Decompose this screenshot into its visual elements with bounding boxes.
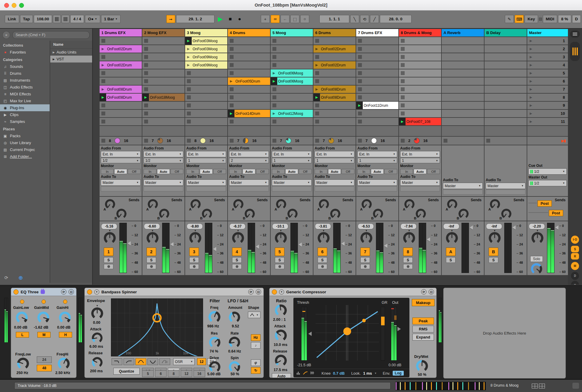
- eq-three-titlebar[interactable]: EQ Three ⟳ ⊡: [11, 288, 76, 296]
- clip-stop-button[interactable]: [101, 79, 105, 83]
- sidebar-item-user-library[interactable]: ◎ User Library: [0, 139, 50, 146]
- volume-fader-handle[interactable]: [127, 241, 131, 245]
- rate-hz-button[interactable]: Hz: [251, 334, 260, 341]
- send-b-knob[interactable]: [373, 209, 383, 219]
- minimize-button[interactable]: [12, 3, 16, 8]
- volume-value[interactable]: -7.94: [400, 223, 417, 229]
- scene-11[interactable]: ▶ 11: [527, 118, 568, 125]
- lookahead-chooser-arrow[interactable]: ▼: [374, 372, 377, 375]
- clip-stop-button[interactable]: [144, 55, 148, 59]
- track-stop-button[interactable]: [358, 139, 362, 143]
- amount-value[interactable]: 9.52: [232, 324, 239, 328]
- clip-stop-button[interactable]: [315, 103, 319, 107]
- clip-stop-button[interactable]: [315, 79, 319, 83]
- send-b-knob[interactable]: [458, 209, 469, 219]
- empty-clip-slot[interactable]: [356, 69, 398, 77]
- input-channel-chooser[interactable]: 1▼: [272, 158, 312, 163]
- clip-play-icon[interactable]: ▶: [185, 45, 192, 53]
- clip-playing-icon[interactable]: ▶: [271, 77, 277, 85]
- release-knob[interactable]: [92, 357, 103, 368]
- clip-stop-button[interactable]: [187, 112, 191, 115]
- scene-launch-icon[interactable]: ▶: [530, 95, 532, 99]
- volume-fader-handle[interactable]: [170, 242, 173, 246]
- track-activate-button[interactable]: 1: [104, 248, 113, 256]
- clip-playing-icon[interactable]: ▶: [356, 102, 363, 109]
- volume-fader-handle[interactable]: [555, 225, 558, 230]
- empty-clip-slot[interactable]: [142, 69, 185, 77]
- clip-stop-button[interactable]: [401, 63, 405, 67]
- clip-stop-button[interactable]: [230, 95, 234, 99]
- device-on-button[interactable]: [272, 289, 277, 295]
- freq-knob[interactable]: [208, 311, 220, 323]
- input-channel-chooser[interactable]: 1▼: [315, 158, 354, 163]
- clip-stop-button[interactable]: [358, 63, 362, 67]
- clip-play-icon[interactable]: ▶: [185, 61, 192, 69]
- track-header[interactable]: 6 Drums: [313, 29, 356, 37]
- sidebar-item-packs[interactable]: ▣ Packs: [0, 132, 50, 139]
- clip-onfoot08drum[interactable]: ▶ OnFoot08Drum: [313, 94, 356, 101]
- clip-onfoot03moog[interactable]: ▶ OnFoot03Moog: [185, 37, 227, 45]
- rate-knob[interactable]: [229, 337, 240, 348]
- output-chooser[interactable]: Master▼: [315, 179, 354, 186]
- clip-stop-button[interactable]: [187, 71, 191, 75]
- send-a-knob[interactable]: [148, 199, 158, 209]
- output-chooser[interactable]: Master▼: [357, 179, 397, 186]
- solo-button[interactable]: S: [360, 257, 370, 263]
- gain-mid-knob[interactable]: [37, 312, 49, 324]
- empty-clip-slot[interactable]: [100, 110, 142, 117]
- browser-collapse-icon[interactable]: «: [2, 31, 10, 39]
- send-b-knob[interactable]: [501, 209, 511, 219]
- show-io-button[interactable]: I·O: [571, 236, 579, 244]
- tap-tempo-button[interactable]: Tap: [20, 15, 33, 23]
- send-b-knob[interactable]: [159, 209, 169, 219]
- monitor-in-button[interactable]: In: [229, 169, 242, 174]
- clip-onfoot06moog[interactable]: ▶ OnFoot06Moog: [271, 77, 313, 85]
- clip-onfoot02drum[interactable]: ▶ OnFoot02Drum: [313, 45, 356, 53]
- send-a-knob[interactable]: [447, 199, 457, 209]
- master-out-chooser[interactable]: 1/2▼: [528, 180, 567, 186]
- empty-clip-slot[interactable]: [185, 118, 227, 125]
- show-crossfade-button[interactable]: ✕: [571, 281, 579, 285]
- hot-swap-icon[interactable]: ⟳: [61, 289, 66, 295]
- clip-onfoot02drum[interactable]: ▶ OnFoot02Drum: [100, 61, 142, 69]
- name-column-header[interactable]: Name: [50, 41, 92, 49]
- release-knob[interactable]: [275, 355, 287, 367]
- solo-button[interactable]: S: [189, 257, 199, 263]
- scene-10[interactable]: ▶ 10: [527, 110, 568, 117]
- monitor-auto-button[interactable]: Auto: [200, 169, 213, 174]
- solo-button[interactable]: S: [147, 257, 156, 263]
- monitor-off-button[interactable]: Off: [213, 169, 226, 174]
- output-chooser[interactable]: Master▼: [272, 179, 312, 186]
- key-map-button[interactable]: Key: [525, 15, 538, 23]
- filter-display[interactable]: 100 1k 10k: [111, 298, 203, 356]
- solo-button[interactable]: S: [403, 257, 413, 263]
- empty-clip-slot[interactable]: [399, 94, 441, 101]
- follow-button[interactable]: ➞: [166, 15, 175, 23]
- track-activate-button[interactable]: 7: [360, 248, 370, 256]
- arm-button[interactable]: [360, 264, 370, 269]
- monitor-off-button[interactable]: Off: [342, 169, 354, 174]
- empty-clip-slot[interactable]: [185, 110, 227, 117]
- arrange-grid-icon[interactable]: [539, 384, 545, 388]
- pan-knob[interactable]: [403, 232, 415, 244]
- empty-clip-slot[interactable]: [271, 118, 313, 125]
- solo-button[interactable]: S: [489, 257, 498, 263]
- empty-clip-slot[interactable]: [271, 102, 313, 109]
- track-header[interactable]: A Reverb: [442, 29, 484, 37]
- clip-stop-button[interactable]: [401, 112, 405, 115]
- empty-clip-slot[interactable]: [399, 86, 441, 93]
- empty-clip-slot[interactable]: [185, 102, 227, 109]
- arm-button[interactable]: [104, 264, 113, 269]
- input-type-chooser[interactable]: Ext. In▼: [400, 151, 440, 157]
- sidebar-item-current-projec[interactable]: ▤ Current Projec: [0, 146, 50, 153]
- drive-value[interactable]: 5.00 dB: [207, 372, 220, 376]
- gain-hi-value[interactable]: 0.00 dB: [57, 325, 70, 330]
- attack-value[interactable]: 10.0 ms: [274, 343, 287, 347]
- empty-clip-slot[interactable]: [185, 94, 227, 101]
- empty-clip-slot[interactable]: [271, 53, 313, 61]
- input-channel-chooser[interactable]: 1▼: [357, 158, 397, 163]
- release-value[interactable]: 17.5 ms: [274, 368, 287, 372]
- clip-stop-button[interactable]: [401, 71, 405, 75]
- clip-stop-button[interactable]: [187, 95, 191, 99]
- empty-clip-slot[interactable]: [399, 77, 441, 85]
